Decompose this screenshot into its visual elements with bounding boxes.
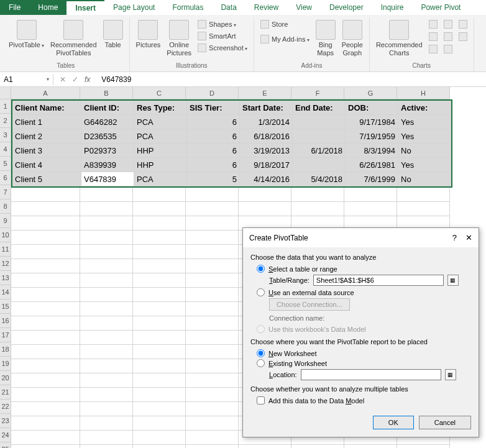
data-cell[interactable]: 6/26/1981 xyxy=(346,158,398,172)
bing-maps-button[interactable]: Bing Maps xyxy=(313,19,338,58)
empty-cell[interactable] xyxy=(186,273,239,288)
empty-cell[interactable] xyxy=(186,316,239,331)
pivottable-button[interactable]: PivotTable xyxy=(6,19,47,50)
empty-cell[interactable] xyxy=(80,288,133,302)
empty-cell[interactable] xyxy=(11,345,80,359)
data-cell[interactable]: 6 xyxy=(187,129,240,144)
empty-cell[interactable] xyxy=(80,388,133,402)
empty-cell[interactable] xyxy=(80,416,133,431)
data-cell[interactable]: Client 1 xyxy=(12,115,81,129)
empty-cell[interactable] xyxy=(11,445,80,448)
empty-cell[interactable] xyxy=(133,316,186,331)
col-header-H[interactable]: H xyxy=(397,87,450,99)
empty-cell[interactable] xyxy=(186,188,239,202)
empty-cell[interactable] xyxy=(133,331,186,345)
empty-cell[interactable] xyxy=(11,359,80,373)
existing-worksheet-radio[interactable]: Existing Worksheet xyxy=(257,359,471,367)
data-cell[interactable]: 1/3/2014 xyxy=(240,115,293,129)
chart-type-4[interactable] xyxy=(426,31,440,42)
row-header-8[interactable]: 8 xyxy=(0,199,11,214)
data-cell[interactable]: PCA xyxy=(134,172,187,186)
empty-cell[interactable] xyxy=(80,316,133,331)
people-graph-button[interactable]: People Graph xyxy=(339,19,365,58)
col-header-B[interactable]: B xyxy=(80,87,133,99)
data-cell[interactable]: PCA xyxy=(134,129,187,144)
empty-cell[interactable] xyxy=(80,259,133,273)
col-header-G[interactable]: G xyxy=(344,87,397,99)
empty-cell[interactable] xyxy=(11,302,80,316)
empty-cell[interactable] xyxy=(133,402,186,416)
row-header-21[interactable]: 21 xyxy=(0,385,11,400)
data-cell[interactable] xyxy=(293,129,346,144)
row-header-25[interactable]: 25 xyxy=(0,442,11,448)
empty-cell[interactable] xyxy=(133,388,186,402)
data-cell[interactable]: G646282 xyxy=(81,115,134,129)
tab-home[interactable]: Home xyxy=(29,0,66,15)
data-cell[interactable]: Client 3 xyxy=(12,144,81,158)
ok-button[interactable]: OK xyxy=(373,416,414,429)
empty-cell[interactable] xyxy=(291,188,344,202)
tab-page-layout[interactable]: Page Layout xyxy=(104,0,163,15)
new-worksheet-radio[interactable]: New Worksheet xyxy=(257,349,471,357)
empty-cell[interactable] xyxy=(133,445,186,448)
empty-cell[interactable] xyxy=(186,331,239,345)
data-cell[interactable]: 5 xyxy=(187,172,240,186)
range-picker-button[interactable]: ▦ xyxy=(447,275,459,286)
data-model-radio[interactable]: Use this workbook's Data Model xyxy=(257,325,471,333)
empty-cell[interactable] xyxy=(11,245,80,259)
data-cell[interactable]: 8/3/1994 xyxy=(346,144,398,158)
empty-cell[interactable] xyxy=(11,202,80,216)
dialog-titlebar[interactable]: Create PivotTable ? ✕ xyxy=(243,228,479,247)
empty-cell[interactable] xyxy=(133,259,186,273)
empty-cell[interactable] xyxy=(11,331,80,345)
data-cell[interactable]: HHP xyxy=(134,144,187,158)
empty-cell[interactable] xyxy=(344,445,397,448)
data-cell[interactable]: A839939 xyxy=(81,158,134,172)
header-cell[interactable]: Active: xyxy=(398,101,451,115)
cancel-formula-icon[interactable]: ✕ xyxy=(60,75,66,84)
tab-formulas[interactable]: Formulas xyxy=(163,0,212,15)
data-cell[interactable]: 6/1/2018 xyxy=(293,144,346,158)
empty-cell[interactable] xyxy=(186,345,239,359)
empty-cell[interactable] xyxy=(397,202,450,216)
col-header-A[interactable]: A xyxy=(11,87,80,99)
header-cell[interactable]: Res Type: xyxy=(134,101,187,115)
empty-cell[interactable] xyxy=(186,373,239,388)
empty-cell[interactable] xyxy=(133,416,186,431)
empty-cell[interactable] xyxy=(239,188,291,202)
empty-cell[interactable] xyxy=(133,302,186,316)
empty-cell[interactable] xyxy=(80,445,133,448)
empty-cell[interactable] xyxy=(133,245,186,259)
header-cell[interactable]: DOB: xyxy=(346,101,398,115)
row-header-20[interactable]: 20 xyxy=(0,371,11,385)
empty-cell[interactable] xyxy=(80,231,133,245)
empty-cell[interactable] xyxy=(133,202,186,216)
recommended-charts-button[interactable]: Recommended Charts xyxy=(374,19,425,58)
chart-type-3[interactable] xyxy=(456,19,470,30)
col-header-C[interactable]: C xyxy=(133,87,186,99)
row-header-14[interactable]: 14 xyxy=(0,285,11,299)
data-cell[interactable]: Yes xyxy=(398,158,451,172)
row-header-24[interactable]: 24 xyxy=(0,428,11,442)
row-header-18[interactable]: 18 xyxy=(0,342,11,357)
empty-cell[interactable] xyxy=(186,259,239,273)
header-cell[interactable]: End Date: xyxy=(293,101,346,115)
empty-cell[interactable] xyxy=(397,445,450,448)
data-cell[interactable]: D236535 xyxy=(81,129,134,144)
empty-cell[interactable] xyxy=(80,245,133,259)
tab-power-pivot[interactable]: Power Pivot xyxy=(412,0,469,15)
pictures-button[interactable]: Pictures xyxy=(134,19,163,50)
tab-inquire[interactable]: Inquire xyxy=(372,0,413,15)
row-header-16[interactable]: 16 xyxy=(0,314,11,328)
online-pictures-button[interactable]: Online Pictures xyxy=(164,19,194,58)
row-header-15[interactable]: 15 xyxy=(0,299,11,314)
data-cell[interactable]: Yes xyxy=(398,115,451,129)
empty-cell[interactable] xyxy=(186,202,239,216)
row-header-10[interactable]: 10 xyxy=(0,228,11,242)
row-header-13[interactable]: 13 xyxy=(0,271,11,285)
data-cell[interactable]: 4/14/2016 xyxy=(240,172,293,186)
data-cell[interactable]: No xyxy=(398,144,451,158)
chart-type-2[interactable] xyxy=(441,19,455,30)
store-button[interactable]: Store xyxy=(258,19,312,30)
external-source-radio[interactable]: Use an external data source xyxy=(257,288,471,296)
